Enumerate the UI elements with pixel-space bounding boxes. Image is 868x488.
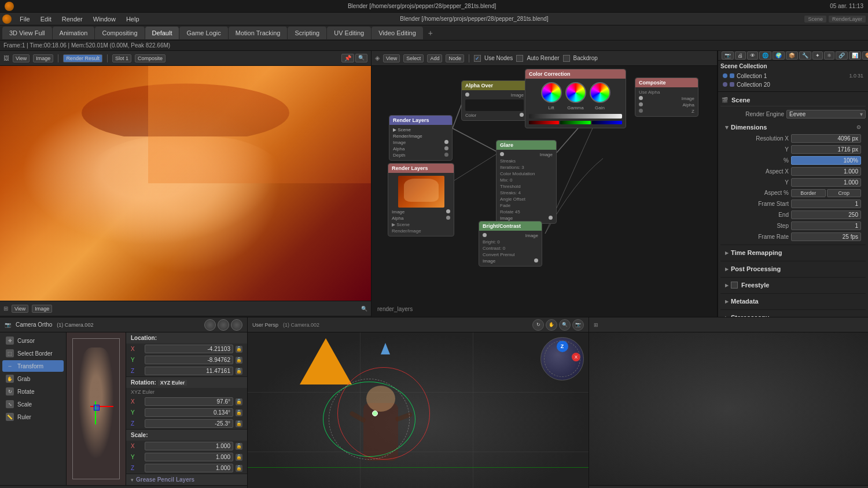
- aspect-y-value[interactable]: 1.000: [791, 178, 861, 187]
- tab-compositing[interactable]: Compositing: [95, 27, 144, 39]
- loc-y-value[interactable]: -8.94762: [145, 356, 233, 364]
- camera-viewport[interactable]: [67, 332, 126, 485]
- nav-sphere[interactable]: Z X: [540, 337, 584, 380]
- nav-gizmo-3[interactable]: [231, 319, 242, 331]
- rot-x-lock[interactable]: 🔓: [236, 398, 242, 405]
- frame-end-value[interactable]: 250: [791, 210, 861, 219]
- freestyle-title[interactable]: ▸ Freestyle: [725, 280, 861, 291]
- collection-item-1[interactable]: Collection 1 1.0 31: [720, 72, 866, 80]
- tab-video-editing[interactable]: Video Editing: [372, 27, 423, 39]
- iv-slot[interactable]: Slot 1: [112, 54, 131, 62]
- aspect-x-value[interactable]: 1.000: [791, 167, 861, 176]
- tool-cursor[interactable]: ✛ Cursor: [2, 335, 64, 346]
- wheel-gamma[interactable]: [565, 82, 586, 103]
- crop-btn[interactable]: Crop: [827, 189, 862, 197]
- menu-file[interactable]: File: [15, 14, 35, 24]
- nav-gizmo-2[interactable]: [218, 319, 229, 331]
- prop-icon-constraints[interactable]: 🔗: [836, 51, 848, 60]
- prop-icon-data[interactable]: 📊: [849, 51, 861, 60]
- prop-icon-object[interactable]: 📦: [786, 51, 798, 60]
- prop-icon-output[interactable]: 🖨: [735, 51, 746, 60]
- tool-rotate[interactable]: ↻ Rotate: [2, 386, 64, 397]
- add-workspace-btn[interactable]: +: [424, 27, 437, 39]
- node-render-layers[interactable]: Render Layers ▶ Scene Render/Image Image…: [389, 115, 453, 161]
- rot-x-value[interactable]: 97.6°: [145, 397, 233, 406]
- tab-3dview-full[interactable]: 3D View Full: [2, 27, 52, 39]
- menu-render[interactable]: Render: [57, 14, 87, 24]
- tab-scripting[interactable]: Scripting: [288, 27, 326, 39]
- freestyle-cb[interactable]: [731, 282, 738, 289]
- frame-start-value[interactable]: 1: [791, 199, 861, 208]
- ne-add-btn[interactable]: Add: [427, 54, 442, 62]
- scene-selector[interactable]: Scene RenderLayer: [804, 16, 866, 23]
- scale-x-value[interactable]: 1.000: [145, 442, 233, 450]
- iv-composite[interactable]: Composite: [135, 54, 165, 62]
- loc-x-value[interactable]: -4.21103: [145, 345, 233, 353]
- resolution-pct-value[interactable]: 100%: [791, 156, 861, 165]
- iv-render-result[interactable]: Render Result: [63, 54, 102, 62]
- tab-motion-tracking[interactable]: Motion Tracking: [229, 27, 288, 39]
- ne-backdrop-cb[interactable]: [563, 55, 570, 62]
- wheel-gain[interactable]: [590, 82, 610, 103]
- scale-x-lock[interactable]: 🔓: [236, 443, 242, 450]
- prop-icon-modifier[interactable]: 🔧: [799, 51, 811, 60]
- scale-y-lock[interactable]: 🔓: [236, 454, 242, 461]
- ne-view-btn[interactable]: View: [383, 54, 400, 62]
- rotation-mode[interactable]: XYZ Euler: [158, 380, 187, 386]
- iv-pin-btn[interactable]: 📌: [341, 54, 354, 62]
- post-processing-title[interactable]: ▸ Post Processing: [725, 264, 861, 275]
- iv-footer-image-btn[interactable]: Image: [32, 305, 52, 313]
- render-engine-dropdown[interactable]: Eevee ▾: [786, 110, 866, 119]
- frame-step-value[interactable]: 1: [791, 221, 861, 230]
- ne-select-btn[interactable]: Select: [403, 54, 424, 62]
- node-color-correction[interactable]: Render Layers Image Alpha ▶ Scene: [388, 163, 454, 236]
- 3d-gizmo-camera[interactable]: 📷: [572, 319, 584, 331]
- time-remapping-title[interactable]: ▸ Time Remapping: [725, 247, 861, 258]
- tab-game-logic[interactable]: Game Logic: [179, 27, 227, 39]
- menu-help[interactable]: Help: [122, 14, 144, 24]
- tab-default[interactable]: Default: [145, 27, 179, 39]
- menu-edit[interactable]: Edit: [36, 14, 56, 24]
- rot-z-value[interactable]: -25.3°: [145, 419, 233, 428]
- nav-gizmo-1[interactable]: [204, 319, 216, 331]
- tool-select-border[interactable]: ⬚ Select Border: [2, 347, 64, 359]
- resolution-y-value[interactable]: 1716 px: [791, 145, 861, 154]
- loc-x-lock[interactable]: 🔓: [236, 346, 242, 353]
- tab-uv-editing[interactable]: UV Editing: [327, 27, 371, 39]
- ne-auto-render-cb[interactable]: [516, 55, 523, 62]
- stereoscopy-title[interactable]: ▸ Stereoscopy: [725, 312, 861, 317]
- prop-icon-physics[interactable]: ⚛: [824, 51, 834, 60]
- ne-node-btn[interactable]: Node: [446, 54, 464, 62]
- rot-y-lock[interactable]: 🔓: [236, 409, 242, 416]
- iv-footer-view[interactable]: View: [12, 305, 28, 313]
- iv-image-btn[interactable]: Image: [33, 54, 53, 62]
- prop-icon-world[interactable]: 🌍: [773, 51, 785, 60]
- scale-y-value[interactable]: 1.000: [145, 453, 233, 461]
- node-composite[interactable]: Composite Use Alpha Image Alpha Z: [635, 77, 698, 117]
- rot-y-value[interactable]: 0.134°: [145, 408, 233, 417]
- 3d-gizmo-orbit[interactable]: ↻: [532, 319, 544, 331]
- node-bright-contrast[interactable]: Bright/Contrast Image Bright: 0 Contrast…: [479, 221, 542, 267]
- loc-z-value[interactable]: 11.47161: [145, 367, 233, 375]
- bottom-right-viewport[interactable]: [589, 332, 868, 485]
- scale-z-value[interactable]: 1.000: [145, 464, 233, 472]
- menu-window[interactable]: Window: [89, 14, 120, 24]
- prop-icon-render[interactable]: 📷: [722, 51, 734, 60]
- loc-z-lock[interactable]: 🔓: [236, 368, 242, 375]
- tool-ruler[interactable]: 📏 Ruler: [2, 411, 64, 423]
- resolution-x-value[interactable]: 4096 px: [791, 134, 861, 143]
- iv-zoom-btn[interactable]: 🔍: [355, 54, 367, 62]
- border-btn[interactable]: Border: [791, 189, 826, 197]
- 3d-gizmo-pan[interactable]: ✋: [546, 319, 557, 331]
- 3d-gizmo-zoom[interactable]: 🔍: [559, 319, 571, 331]
- tab-animation[interactable]: Animation: [53, 27, 95, 39]
- loc-y-lock[interactable]: 🔓: [236, 357, 242, 364]
- rot-z-lock[interactable]: 🔓: [236, 420, 242, 427]
- prop-icon-particles[interactable]: ✦: [812, 51, 823, 60]
- node-canvas[interactable]: Render Layers ▶ Scene Render/Image Image…: [372, 66, 717, 317]
- frame-rate-value[interactable]: 25 fps: [791, 232, 861, 241]
- iv-view-btn[interactable]: View: [13, 54, 30, 62]
- prop-icon-scene[interactable]: 🌐: [759, 51, 771, 60]
- dimensions-title[interactable]: ▾ Dimensions ⊙: [725, 122, 861, 133]
- node-alpha-over[interactable]: Alpha Over Image Color: [461, 80, 528, 121]
